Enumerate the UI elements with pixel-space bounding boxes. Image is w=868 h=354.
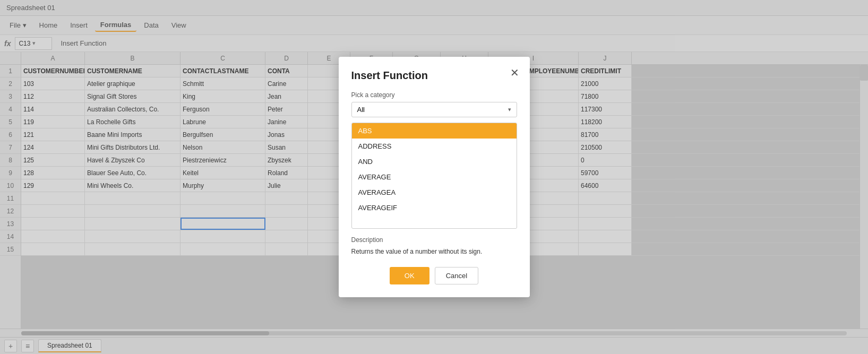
function-item-averagea[interactable]: AVERAGEA: [352, 185, 517, 200]
function-item-average[interactable]: AVERAGE: [352, 169, 517, 185]
cancel-button[interactable]: Cancel: [435, 267, 478, 284]
modal-close-button[interactable]: ✕: [508, 65, 521, 80]
modal-buttons: OK Cancel: [351, 267, 517, 284]
function-item-and[interactable]: AND: [352, 154, 517, 169]
modal-overlay: Insert Function ✕ Pick a category All ▾ …: [0, 0, 868, 354]
function-item-averageif[interactable]: AVERAGEIF: [352, 200, 517, 215]
function-item-abs[interactable]: ABS: [352, 123, 517, 139]
ok-button[interactable]: OK: [390, 267, 429, 284]
modal-title: Insert Function: [351, 70, 517, 82]
category-dropdown[interactable]: All ▾: [351, 102, 517, 117]
description-text: Returns the value of a number without it…: [351, 247, 517, 256]
category-chevron-icon: ▾: [508, 106, 511, 113]
description-label: Description: [351, 236, 517, 244]
insert-function-modal: Insert Function ✕ Pick a category All ▾ …: [339, 57, 530, 297]
category-value: All: [357, 106, 365, 114]
function-item-address[interactable]: ADDRESS: [352, 139, 517, 154]
category-label: Pick a category: [351, 91, 517, 99]
function-list[interactable]: ABSADDRESSANDAVERAGEAVERAGEAAVERAGEIF: [351, 123, 517, 229]
